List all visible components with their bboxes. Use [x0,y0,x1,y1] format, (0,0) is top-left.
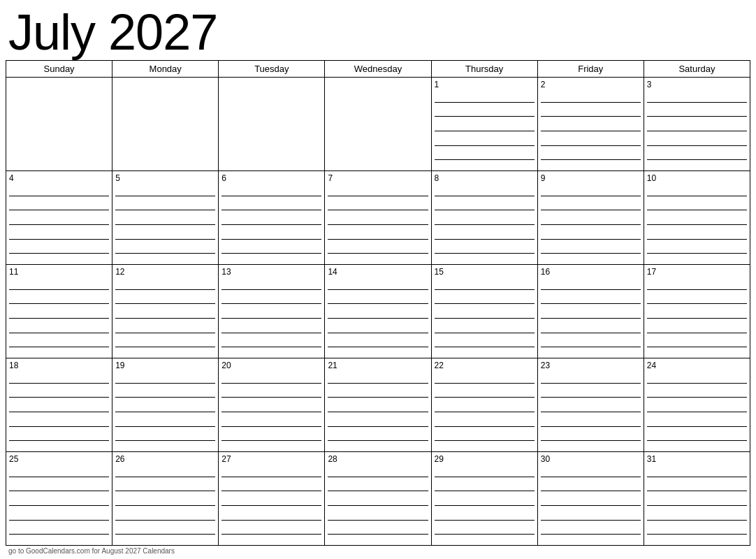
writing-line [541,397,641,398]
writing-line [9,477,109,477]
day-number: 27 [221,454,321,464]
writing-line [435,333,535,333]
day-lines [435,281,535,356]
day-cell: 6 [219,171,325,264]
writing-line [115,534,215,535]
writing-line [9,347,109,347]
writing-line [647,303,747,304]
writing-line [115,426,215,427]
day-lines [435,187,535,262]
writing-line [647,131,747,131]
writing-line [328,505,428,506]
day-number: 22 [435,361,535,370]
writing-line [647,397,747,398]
day-lines [115,281,215,356]
writing-line [221,196,321,196]
writing-line [115,224,215,225]
writing-line [9,534,109,535]
day-cell: 12 [112,265,219,358]
writing-line [9,505,109,506]
day-number: 4 [9,173,109,183]
writing-line [115,520,215,521]
writing-line [541,383,641,384]
day-header-thursday: Thursday [432,61,538,77]
writing-line [221,239,321,240]
writing-line [328,520,428,521]
day-cell: 27 [219,452,325,545]
writing-line [541,253,641,254]
writing-line [221,333,321,333]
day-lines [435,375,535,449]
writing-line [221,383,321,384]
writing-line [9,224,109,225]
writing-line [435,253,535,254]
day-number: 28 [328,454,428,464]
day-number: 17 [647,267,747,277]
day-number: 6 [221,173,321,183]
writing-line [647,520,747,521]
day-cell: 14 [325,265,431,358]
writing-line [647,289,747,290]
day-cell: 25 [6,452,112,545]
day-lines [328,281,428,356]
writing-line [221,412,321,412]
writing-line [435,196,535,196]
writing-line [221,303,321,304]
writing-line [541,491,641,491]
writing-line [9,303,109,304]
day-cell: 11 [6,265,112,358]
writing-line [9,318,109,319]
weeks-container: 1234567891011121314151617181920212223242… [6,78,750,546]
writing-line [647,116,747,117]
writing-line [541,347,641,347]
day-lines [647,375,747,449]
writing-line [221,491,321,491]
writing-line [541,196,641,196]
writing-line [328,440,428,441]
writing-line [435,412,535,412]
writing-line [328,347,428,347]
writing-line [435,159,535,160]
writing-line [328,253,428,254]
writing-line [221,253,321,254]
writing-line [541,412,641,412]
writing-line [647,102,747,103]
day-cell: 19 [112,358,219,451]
day-header-friday: Friday [538,61,644,77]
week-row-1: 123 [6,78,750,171]
writing-line [328,196,428,196]
writing-line [221,397,321,398]
writing-line [9,333,109,333]
day-number: 30 [541,454,641,464]
day-number: 7 [328,173,428,183]
writing-line [115,397,215,398]
writing-line [435,239,535,240]
month-title: July 2027 [6,7,750,57]
writing-line [541,534,641,535]
writing-line [647,426,747,427]
day-cell: 31 [644,452,750,545]
day-lines [115,468,215,543]
day-lines [541,281,641,356]
writing-line [647,196,747,196]
writing-line [9,210,109,210]
writing-line [435,145,535,146]
day-number: 23 [541,361,641,370]
writing-line [221,477,321,477]
day-lines [9,187,109,262]
writing-line [647,333,747,333]
day-cell: 18 [6,358,112,451]
writing-line [328,426,428,427]
day-lines [328,468,428,543]
day-lines [328,187,428,262]
day-header-saturday: Saturday [644,61,750,77]
day-lines [9,375,109,449]
day-number: 3 [647,80,747,89]
day-lines [541,187,641,262]
writing-line [435,210,535,210]
week-row-3: 11121314151617 [6,265,750,358]
week-row-2: 45678910 [6,171,750,265]
day-lines [647,468,747,543]
writing-line [647,210,747,210]
writing-line [541,440,641,441]
